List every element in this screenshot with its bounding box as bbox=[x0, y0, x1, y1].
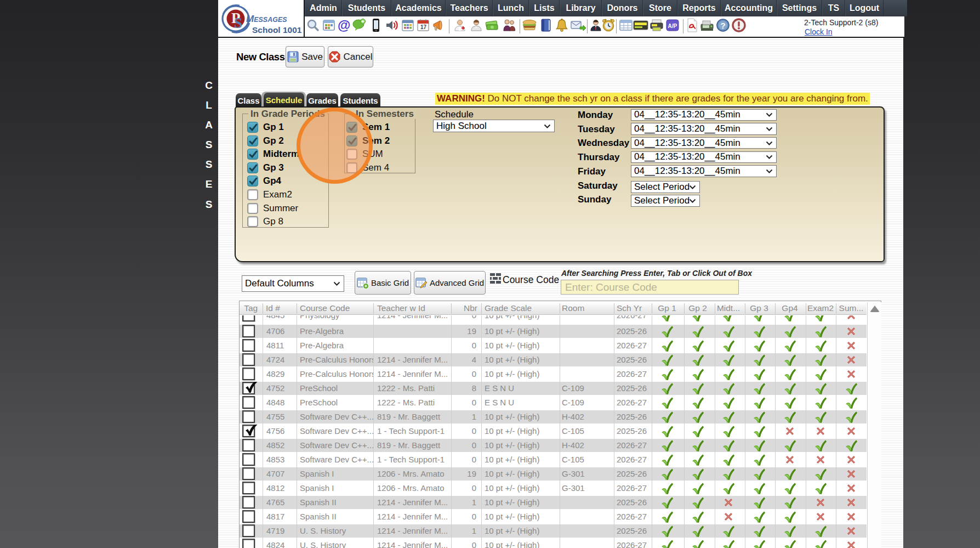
svg-text:S: S bbox=[234, 15, 242, 31]
svg-text:?: ? bbox=[721, 21, 726, 30]
svg-text:@: @ bbox=[338, 18, 350, 32]
svg-text:A/P: A/P bbox=[668, 23, 677, 29]
svg-text:17: 17 bbox=[420, 24, 427, 30]
